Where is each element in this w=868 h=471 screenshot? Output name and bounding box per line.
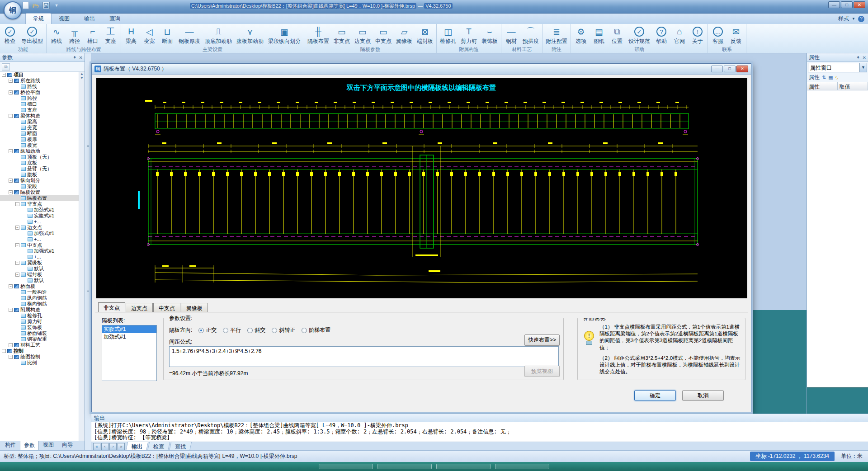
tree-item[interactable]: −桥位平面 (0, 89, 85, 95)
tree-expander-icon[interactable]: − (15, 243, 19, 247)
tree-item[interactable]: −非支点 (0, 201, 85, 207)
tree-item[interactable]: 梁高 (0, 119, 85, 125)
tree-expander-icon[interactable]: − (9, 284, 13, 288)
ribbon-button-cross-section[interactable]: ⊔断面 (158, 24, 176, 46)
ribbon-button-bearing[interactable]: 工支座 (102, 24, 120, 46)
tree-item[interactable]: +... (0, 236, 85, 242)
lightning-icon[interactable]: ϟ (835, 75, 838, 80)
tree-item[interactable]: 剪力钉 (0, 319, 85, 325)
tree-item[interactable]: 默认 (0, 278, 85, 283)
tree-expander-icon[interactable]: − (15, 261, 19, 265)
ribbon-button-shear-stud[interactable]: T剪力钉 (458, 24, 479, 46)
tree-expander-icon[interactable]: − (9, 190, 13, 194)
diaphragm-schematic-canvas[interactable]: 双击下方平面示意图中的横隔板线以编辑隔板布置 (96, 78, 747, 298)
ribbon-button-segment-division[interactable]: ▣梁段纵向划分 (266, 24, 303, 46)
tree-item[interactable]: 装饰板 (0, 325, 85, 330)
close-button[interactable]: ✕ (854, 1, 865, 8)
tree-item[interactable]: −纵加劲肋 (0, 148, 85, 154)
ribbon-button-note-config[interactable]: ≣附注配置 (543, 24, 570, 46)
close-panel-icon[interactable]: ✕ (863, 55, 866, 60)
left-bottom-tab-3[interactable]: 视图 (39, 440, 58, 450)
quick-layout-button[interactable]: 快速布置>> (524, 334, 560, 346)
ribbon-button-web-stiffener[interactable]: ⋎腹板加劲肋 (234, 24, 266, 46)
tree-item[interactable]: 加强式#1 (0, 231, 85, 236)
last-tab-icon[interactable]: » (118, 443, 125, 450)
tree-item[interactable]: −中支点 (0, 242, 85, 248)
tree-expander-icon[interactable]: − (15, 273, 19, 277)
tree-item[interactable]: 检修孔 (0, 313, 85, 319)
tree-item[interactable]: 断面 (0, 131, 85, 137)
tree-item[interactable]: 加劲式#1 (0, 207, 85, 213)
tree-item[interactable]: 底板 (0, 160, 85, 166)
tree-item[interactable]: 钢梁配重 (0, 336, 85, 342)
tree-expander-icon[interactable]: − (2, 73, 6, 77)
tree-item[interactable]: −控制 (0, 348, 85, 354)
tree-expander-icon[interactable]: − (2, 349, 6, 353)
diaphragm-listbox[interactable]: 实腹式#1加劲式#1 (102, 325, 157, 381)
tree-item[interactable]: +... (0, 254, 85, 260)
tree-item[interactable]: 腹板 (0, 172, 85, 178)
tree-item[interactable]: 梁段 (0, 184, 85, 189)
left-bottom-tab-4[interactable]: 向导 (58, 440, 77, 450)
tree-item[interactable]: −边支点 (0, 225, 85, 231)
ribbon-button-span[interactable]: ╥跨径 (66, 24, 84, 46)
next-tab-icon[interactable]: › (109, 443, 117, 450)
taskbar-button[interactable] (377, 464, 432, 469)
ribbon-button-mid-support-diaphragm[interactable]: ▭中支点 (373, 24, 394, 46)
tree-item[interactable]: 纵向钢筋 (0, 295, 85, 301)
ribbon-button-help[interactable]: ?帮助 (652, 24, 670, 46)
help-icon[interactable]: ? (858, 16, 864, 22)
tree-expander-icon[interactable]: − (15, 226, 19, 230)
ribbon-button-position[interactable]: ⧉位置 (608, 24, 626, 46)
left-bottom-tab-1[interactable]: 构件 (1, 440, 20, 450)
ribbon-button-support-chat[interactable]: …客服 (709, 24, 727, 46)
tree-item[interactable]: −附属构造 (0, 307, 85, 313)
ribbon-button-route-curve[interactable]: ∿路线 (47, 24, 66, 46)
direction-radio-3[interactable]: 斜交 (247, 326, 265, 334)
tree-expander-icon[interactable]: − (15, 202, 19, 206)
ribbon-button-check-circle[interactable]: ✓检查 (1, 24, 19, 46)
tree-item[interactable]: 变宽 (0, 125, 85, 131)
tree-item[interactable]: 板厚 (0, 137, 85, 142)
pin-icon[interactable]: 🖈 (856, 55, 861, 60)
tree-item[interactable]: +... (0, 219, 85, 225)
taskbar-button[interactable] (495, 464, 549, 469)
tree-item[interactable]: 实腹式#1 (0, 213, 85, 219)
direction-radio-2[interactable]: 平行 (223, 326, 241, 334)
tree-item[interactable]: 一般构造 (0, 289, 85, 295)
ribbon-button-export-model[interactable]: ✓导出模型 (19, 24, 45, 46)
ribbon-tab-4[interactable]: 查询 (102, 14, 127, 24)
spacing-formula-input[interactable]: 1.5+2.76+9*4.5+3+2.4+3+9*4.5+2.76 (169, 346, 559, 367)
tree-expander-icon[interactable]: − (9, 149, 13, 153)
diaphragm-list-item[interactable]: 实腹式#1 (102, 325, 156, 333)
tree-item[interactable]: 比例 (0, 360, 85, 366)
dialog-maximize-button[interactable]: □ (724, 66, 736, 72)
ribbon-button-camber[interactable]: ⌒预拱度 (520, 24, 541, 46)
tree-expander-icon[interactable]: − (9, 79, 13, 83)
app-menu-orb[interactable]: 钢 (4, 1, 22, 19)
tree-item[interactable]: 加强式#1 (0, 248, 85, 254)
ribbon-button-decor-plate[interactable]: ⌣装饰板 (479, 24, 500, 46)
tree-expander-icon[interactable]: − (9, 343, 13, 347)
tree-item[interactable]: −端封板 (0, 272, 85, 278)
dialog-close-button[interactable]: ✕ (736, 66, 748, 72)
ribbon-button-notch[interactable]: ⌐槽口 (84, 24, 102, 46)
tree-item[interactable]: 支座 (0, 107, 85, 113)
tree-item[interactable]: 横向钢筋 (0, 301, 85, 307)
tree-item[interactable]: −项目 (0, 72, 85, 78)
tree-item[interactable]: −纵向划分 (0, 178, 85, 184)
sort-icon[interactable]: ⇅ (822, 75, 826, 80)
chevron-down-icon[interactable]: ▼ (859, 63, 867, 72)
ribbon-button-end-seal-plate[interactable]: ⊠端封板 (415, 24, 435, 46)
ribbon-button-steel[interactable]: —钢材 (502, 24, 520, 46)
ribbon-tab-3[interactable]: 输出 (77, 14, 102, 24)
save-icon[interactable]: 🖫 (42, 2, 50, 9)
qat-dropdown-icon[interactable]: ▼ (52, 2, 61, 9)
tree-expander-icon[interactable]: − (9, 90, 13, 94)
tree-item[interactable]: −梁体构造 (0, 113, 85, 119)
tree-item[interactable]: 跨径 (0, 95, 85, 101)
ribbon-button-flange-stiffener[interactable]: ⎍顶底加劲肋 (203, 24, 234, 46)
dialog-title-bar[interactable]: 钢 隔板布置（ V4.32.6750 ） — □ ✕ (92, 64, 751, 75)
tree-expander-icon[interactable]: − (9, 114, 13, 118)
new-file-icon[interactable] (23, 2, 29, 9)
